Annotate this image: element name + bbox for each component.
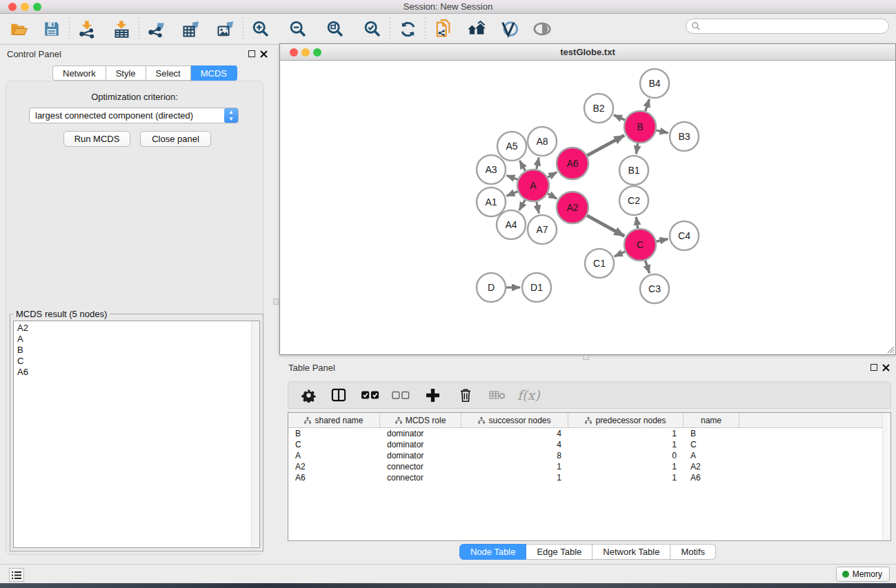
node-B1[interactable]: B1	[619, 156, 648, 185]
open-file-icon[interactable]	[6, 16, 32, 42]
node-C1[interactable]: C1	[585, 249, 614, 278]
table-row[interactable]: Cdominator41C	[288, 439, 890, 450]
column-header-name[interactable]: name	[684, 413, 739, 427]
edge-B-B3[interactable]	[656, 130, 668, 133]
window-resize-grip[interactable]	[885, 344, 895, 354]
node-A1[interactable]: A1	[477, 187, 506, 216]
float-panel-icon[interactable]	[248, 50, 255, 57]
edge-C-C2[interactable]	[636, 217, 637, 228]
node-A4[interactable]: A4	[497, 210, 526, 239]
table-scrollbar[interactable]	[882, 413, 890, 540]
tab-select[interactable]: Select	[146, 65, 191, 81]
node-A7[interactable]: A7	[528, 215, 557, 244]
node-B2[interactable]: B2	[584, 94, 613, 123]
node-A2[interactable]: A2	[557, 192, 588, 223]
result-list-item[interactable]: C	[14, 356, 259, 367]
save-session-icon[interactable]	[39, 16, 65, 42]
result-list-item[interactable]: B	[14, 345, 259, 356]
run-mcds-button[interactable]: Run MCDS	[63, 131, 130, 147]
node-A[interactable]: A	[517, 170, 549, 201]
export-table-icon[interactable]	[178, 16, 204, 42]
column-header-shared-name[interactable]: shared name	[288, 413, 380, 427]
delete-table-icon[interactable]	[487, 385, 508, 405]
node-C3[interactable]: C3	[640, 274, 669, 303]
refresh-icon[interactable]	[395, 16, 421, 42]
node-C[interactable]: C	[624, 229, 656, 261]
hide-selected-icon[interactable]	[496, 16, 522, 42]
deselect-all-rows-icon[interactable]	[390, 385, 411, 405]
show-graphics-details-icon[interactable]	[529, 16, 555, 42]
node-B3[interactable]: B3	[670, 122, 699, 151]
node-A8[interactable]: A8	[528, 127, 557, 156]
add-column-icon[interactable]	[422, 385, 443, 405]
close-panel-button[interactable]: Close panel	[140, 131, 211, 147]
result-list-item[interactable]: A	[14, 334, 259, 345]
edge-B-B4[interactable]	[646, 99, 650, 111]
zoom-out-icon[interactable]	[285, 16, 311, 42]
node-D1[interactable]: D1	[522, 273, 551, 302]
table-row[interactable]: Adominator80A	[288, 450, 890, 461]
zoom-in-icon[interactable]	[248, 16, 274, 42]
edge-A2-C[interactable]	[587, 216, 624, 236]
table-row[interactable]: A6connector11A6	[288, 472, 890, 483]
result-list-scrollbar[interactable]	[251, 321, 259, 547]
edge-C-C3[interactable]	[645, 261, 649, 273]
edge-A-A7[interactable]	[537, 202, 539, 214]
node-A5[interactable]: A5	[497, 132, 526, 161]
tab-style[interactable]: Style	[106, 65, 146, 81]
node-B[interactable]: B	[624, 111, 656, 143]
node-B4[interactable]: B4	[640, 69, 669, 98]
network-canvas[interactable]: B4B2BB3A5A8A6A3B1AA1C2A2A4A7C4CC1DD1C3	[281, 61, 895, 354]
import-table-icon[interactable]	[108, 16, 135, 42]
zoom-selected-icon[interactable]	[359, 16, 386, 42]
edge-A6-B[interactable]	[587, 135, 624, 155]
node-table[interactable]: shared nameMCDS rolesuccessor nodesprede…	[288, 412, 891, 541]
column-header-successor-nodes[interactable]: successor nodes	[461, 413, 568, 427]
tab-motifs[interactable]: Motifs	[670, 544, 716, 560]
vertical-splitter-handle[interactable]	[273, 298, 279, 305]
edge-B-B2[interactable]	[614, 115, 625, 120]
result-list-item[interactable]: A2	[14, 323, 259, 334]
table-close-panel-icon[interactable]	[882, 364, 890, 372]
tab-network[interactable]: Network	[52, 65, 106, 81]
edge-A-A6[interactable]	[548, 172, 557, 178]
split-panel-icon[interactable]	[328, 385, 349, 405]
node-D[interactable]: D	[477, 273, 506, 302]
task-history-button[interactable]	[9, 568, 24, 582]
tab-mcds[interactable]: MCDS	[191, 65, 237, 81]
tab-edge-table[interactable]: Edge Table	[526, 544, 593, 560]
criterion-select[interactable]: largest connected component (directed) ▲…	[29, 108, 239, 123]
tab-network-table[interactable]: Network Table	[593, 544, 670, 560]
column-header-predecessor-nodes[interactable]: predecessor nodes	[568, 413, 684, 427]
result-list-item[interactable]: A6	[14, 367, 259, 378]
table-row[interactable]: A2connector11A2	[288, 461, 890, 472]
zoom-fit-icon[interactable]	[322, 16, 348, 42]
node-C2[interactable]: C2	[619, 186, 648, 215]
node-A3[interactable]: A3	[477, 155, 506, 184]
import-network-icon[interactable]	[74, 16, 100, 42]
edge-A-A4[interactable]	[519, 200, 526, 210]
edge-A-A8[interactable]	[537, 158, 539, 170]
new-network-from-selection-icon[interactable]	[430, 16, 456, 42]
tab-node-table[interactable]: Node Table	[459, 544, 527, 560]
delete-column-icon[interactable]	[455, 385, 476, 405]
edge-C-C4[interactable]	[657, 239, 668, 241]
select-all-rows-icon[interactable]	[360, 385, 381, 405]
table-row[interactable]: Bdominator41B	[288, 428, 890, 439]
edge-B-B1[interactable]	[636, 143, 637, 154]
node-A6[interactable]: A6	[557, 148, 588, 179]
edge-A-A3[interactable]	[506, 175, 517, 179]
column-header-MCDS-role[interactable]: MCDS role	[380, 413, 461, 427]
first-neighbors-icon[interactable]	[463, 16, 489, 42]
export-image-icon[interactable]	[212, 16, 239, 42]
export-network-icon[interactable]	[143, 16, 170, 42]
edge-C-C1[interactable]	[615, 252, 625, 256]
table-float-panel-icon[interactable]	[870, 364, 877, 371]
node-C4[interactable]: C4	[670, 221, 699, 250]
memory-button[interactable]: Memory	[836, 567, 890, 582]
edge-A-A2[interactable]	[548, 194, 557, 199]
table-settings-icon[interactable]	[298, 385, 319, 405]
edge-A-A1[interactable]	[506, 192, 517, 196]
search-input[interactable]	[686, 19, 889, 34]
mcds-result-list[interactable]: A2ABCA6	[13, 321, 260, 548]
